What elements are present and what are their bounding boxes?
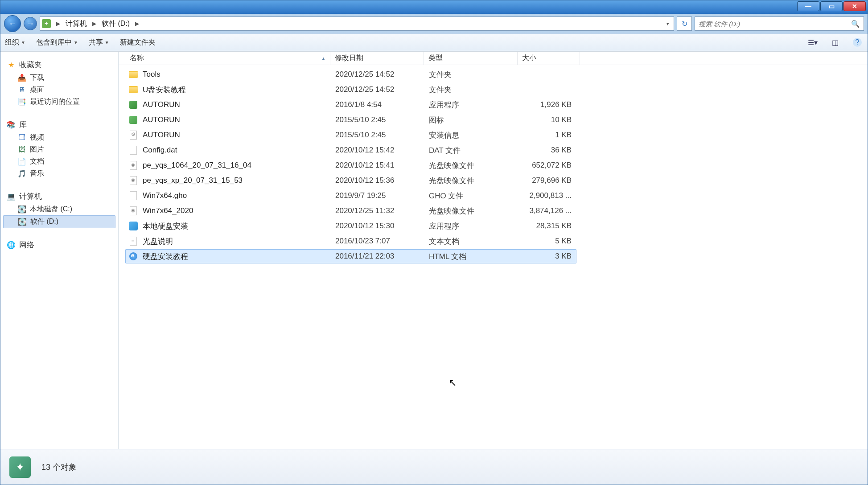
video-icon: 🎞 (17, 133, 26, 142)
close-button[interactable]: ✕ (843, 1, 866, 11)
file-date: 2020/12/25 14:52 (331, 70, 424, 79)
status-text: 13 个对象 (41, 462, 77, 473)
sidebar-label: 网络 (19, 240, 34, 250)
file-date: 2016/11/21 22:03 (331, 252, 424, 261)
column-name[interactable]: 名称▲ (125, 52, 330, 65)
sidebar-label: 最近访问的位置 (30, 97, 80, 107)
help-button[interactable]: ? (852, 37, 863, 48)
file-date: 2020/10/12 15:42 (331, 146, 424, 155)
folder-icon (128, 85, 138, 95)
drive-icon: 💽 (17, 205, 26, 214)
file-size: 3,874,126 ... (518, 206, 576, 215)
preview-pane-button[interactable]: ◫ (829, 37, 841, 48)
file-list[interactable]: Tools2020/12/25 14:52文件夹U盘安装教程2020/12/25… (119, 65, 868, 449)
file-row[interactable]: 硬盘安装教程2016/11/21 22:03HTML 文档3 KB (119, 249, 868, 264)
breadcrumb-computer[interactable]: 计算机 (64, 18, 89, 29)
search-icon[interactable]: 🔍 (851, 20, 860, 28)
file-row[interactable]: 本地硬盘安装2020/10/12 15:30应用程序28,315 KB (119, 218, 868, 234)
chevron-down-icon: ▼ (105, 40, 109, 45)
sidebar-videos[interactable]: 🎞视频 (3, 132, 115, 144)
forward-button[interactable]: → (24, 17, 37, 30)
sidebar-computer[interactable]: 💻计算机 (3, 189, 115, 203)
file-row[interactable]: Config.dat2020/10/12 15:42DAT 文件36 KB (119, 143, 868, 158)
newfolder-button[interactable]: 新建文件夹 (120, 38, 156, 47)
sidebar-label: 计算机 (19, 191, 42, 201)
file-row[interactable]: pe_yqs_1064_20_07_31_16_042020/10/12 15:… (119, 158, 868, 173)
sidebar-downloads[interactable]: 📥下载 (3, 72, 115, 84)
sidebar-network[interactable]: 🌐网络 (3, 238, 115, 252)
file-name: 硬盘安装教程 (143, 251, 188, 262)
file-name: pe_yqs_1064_20_07_31_16_04 (143, 161, 251, 170)
sidebar-pictures[interactable]: 🖼图片 (3, 144, 115, 156)
column-type[interactable]: 类型 (424, 52, 518, 65)
minimize-button[interactable]: — (797, 1, 819, 11)
music-icon: 🎵 (17, 169, 26, 178)
chevron-down-icon: ▼ (74, 40, 78, 45)
file-row[interactable]: 光盘说明2016/10/23 7:07文本文档5 KB (119, 234, 868, 249)
sidebar-libraries[interactable]: 📚库 (3, 118, 115, 132)
file-row[interactable]: pe_yqs_xp_20_07_31_15_532020/10/12 15:36… (119, 173, 868, 188)
file-row[interactable]: Tools2020/12/25 14:52文件夹 (119, 67, 868, 82)
maximize-button[interactable]: ▭ (820, 1, 843, 11)
iso-icon (128, 206, 138, 216)
sidebar-label: 收藏夹 (19, 60, 42, 70)
chevron-down-icon: ▼ (21, 40, 25, 45)
iso-icon (128, 176, 138, 185)
file-row[interactable]: Win7x64.gho2019/9/7 19:25GHO 文件2,900,813… (119, 188, 868, 203)
file-type: DAT 文件 (424, 145, 518, 156)
file-row[interactable]: U盘安装教程2020/12/25 14:52文件夹 (119, 82, 868, 97)
include-label: 包含到库中 (36, 38, 72, 47)
file-type: 应用程序 (424, 100, 518, 110)
sidebar-label: 软件 (D:) (30, 217, 58, 226)
address-dropdown[interactable]: ▾ (664, 21, 672, 27)
file-row[interactable]: AUTORUN2016/1/8 4:54应用程序1,926 KB (119, 97, 868, 112)
sidebar-label: 下载 (30, 73, 44, 82)
file-date: 2020/10/12 15:30 (331, 222, 424, 230)
sort-asc-icon: ▲ (321, 56, 325, 61)
html-icon (128, 251, 138, 261)
file-date: 2016/1/8 4:54 (331, 100, 424, 109)
file-row[interactable]: AUTORUN2015/5/10 2:45图标10 KB (119, 112, 868, 127)
sidebar-music[interactable]: 🎵音乐 (3, 168, 115, 180)
file-list-pane: 名称▲ 修改日期 类型 大小 Tools2020/12/25 14:52文件夹U… (119, 52, 868, 449)
file-size: 1 KB (518, 131, 576, 140)
sidebar-label: 图片 (30, 145, 44, 154)
file-type: 光盘映像文件 (424, 160, 518, 171)
search-box[interactable]: 🔍 (695, 16, 864, 31)
maximize-icon: ▭ (829, 3, 835, 10)
search-input[interactable] (699, 20, 851, 28)
document-icon: 📄 (17, 157, 26, 166)
back-button[interactable]: ← (4, 15, 21, 32)
file-size: 3 KB (518, 252, 576, 261)
sidebar-drive-d[interactable]: 💽软件 (D:) (3, 215, 115, 228)
include-menu[interactable]: 包含到库中▼ (36, 38, 78, 47)
file-row[interactable]: AUTORUN2015/5/10 2:45安装信息1 KB (119, 127, 868, 143)
breadcrumb: ▶ 计算机 ▶ 软件 (D:) ▶ (53, 18, 142, 29)
column-date[interactable]: 修改日期 (330, 52, 424, 65)
file-row[interactable]: Win7x64_20202020/12/25 11:32光盘映像文件3,874,… (119, 203, 868, 218)
share-menu[interactable]: 共享▼ (89, 38, 109, 47)
breadcrumb-separator-icon: ▶ (53, 21, 63, 27)
file-name: AUTORUN (143, 100, 180, 109)
column-size[interactable]: 大小 (518, 52, 580, 65)
view-mode-button[interactable]: ☰▾ (807, 37, 819, 48)
sidebar-favorites[interactable]: ★收藏夹 (3, 58, 115, 72)
navigation-pane: ★收藏夹 📥下载 🖥桌面 📑最近访问的位置 📚库 🎞视频 🖼图片 📄文档 🎵音乐… (0, 52, 119, 449)
sidebar-desktop[interactable]: 🖥桌面 (3, 84, 115, 96)
breadcrumb-drive[interactable]: 软件 (D:) (100, 18, 132, 29)
sidebar-documents[interactable]: 📄文档 (3, 156, 115, 168)
organize-menu[interactable]: 组织▼ (5, 38, 25, 47)
download-icon: 📥 (17, 74, 26, 82)
file-date: 2019/9/7 19:25 (331, 191, 424, 200)
column-headers: 名称▲ 修改日期 类型 大小 (119, 52, 868, 65)
arrow-right-icon: → (26, 19, 34, 29)
inf-icon (128, 130, 138, 140)
sidebar-recent[interactable]: 📑最近访问的位置 (3, 96, 115, 108)
file-name: AUTORUN (143, 115, 180, 124)
sidebar-label: 库 (19, 119, 27, 130)
sidebar-drive-c[interactable]: 💽本地磁盘 (C:) (3, 203, 115, 215)
refresh-button[interactable]: ↻ (677, 16, 692, 31)
folder-icon (128, 70, 138, 79)
address-bar[interactable]: ✦ ▶ 计算机 ▶ 软件 (D:) ▶ ▾ (40, 16, 674, 31)
file-size: 36 KB (518, 146, 576, 155)
